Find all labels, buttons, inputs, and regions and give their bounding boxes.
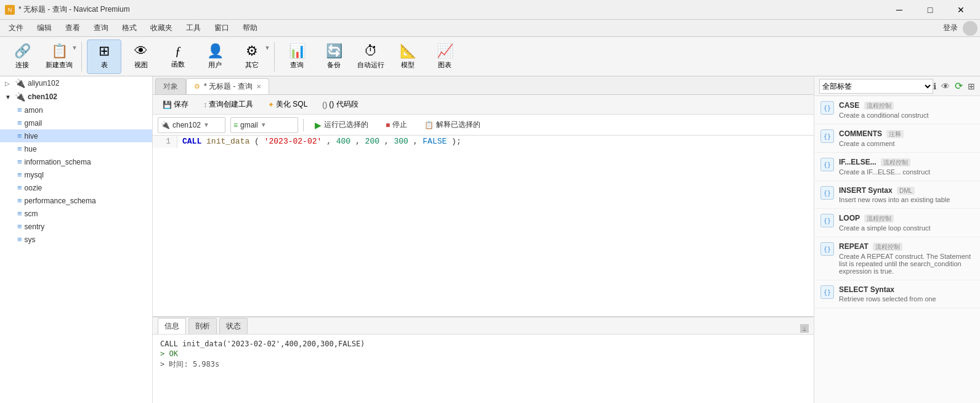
snippet-desc-ifelse: Create a IF...ELSE... construct: [839, 168, 974, 176]
toolbar-query[interactable]: 📊 查询: [280, 39, 314, 74]
snippet-text-comments: COMMENTS 注释 Create a comment: [839, 129, 974, 147]
builder-icon: ↕: [203, 100, 207, 109]
layout-icon[interactable]: ⊞: [968, 81, 975, 91]
menu-tools[interactable]: 工具: [180, 20, 207, 36]
results-content: CALL init_data('2023-02-02',400,200,300,…: [153, 335, 814, 403]
tag-select[interactable]: 全部标签: [819, 79, 933, 94]
menu-file[interactable]: 文件: [2, 20, 30, 36]
connection-select-wrapper[interactable]: 🔌 chen102 ▼: [158, 117, 225, 133]
sidebar-item-amon[interactable]: ≡ amon: [0, 104, 152, 116]
minimize-button[interactable]: ─: [885, 0, 913, 20]
right-panel: 全部标签 ℹ 👁 ⟳ ⊞ {} CASE 流程控制 Create a condi…: [814, 76, 980, 403]
view-icon: 👁: [134, 43, 148, 59]
autorun-icon: ⏱: [364, 43, 378, 59]
login-link[interactable]: 登录: [943, 23, 958, 33]
paren-close: );: [452, 137, 461, 146]
snippet-item-repeat[interactable]: {} REPEAT 流程控制 Create A REPEAT construct…: [814, 237, 980, 280]
tab-object[interactable]: 对象: [155, 78, 186, 94]
snippet-icon-repeat: {}: [820, 242, 834, 256]
database-select-wrapper[interactable]: ≡ gmail ▼: [230, 117, 298, 133]
sidebar-item-performance-schema[interactable]: ≡ performance_schema: [0, 194, 152, 207]
menu-edit[interactable]: 编辑: [31, 20, 58, 36]
database-icon: ≡: [233, 121, 238, 129]
menu-view[interactable]: 查看: [59, 20, 86, 36]
snippet-item-select[interactable]: {} SELECT Syntax Retrieve rows selected …: [814, 280, 980, 308]
play-icon: ▶: [315, 120, 322, 130]
menu-window[interactable]: 窗口: [208, 20, 235, 36]
const-false: FALSE: [423, 137, 447, 146]
menu-query[interactable]: 查询: [87, 20, 115, 36]
info-icon[interactable]: ℹ: [933, 81, 936, 91]
sidebar-item-gmail[interactable]: ≡ gmail: [0, 116, 152, 129]
query-icon: 📊: [289, 43, 306, 59]
snippet-title-ifelse: IF...ELSE... 流程控制: [839, 158, 974, 167]
snippet-item-insert[interactable]: {} INSERT Syntax DML Insert new rows int…: [814, 181, 980, 209]
stop-button[interactable]: ■ 停止: [379, 117, 413, 132]
snippet-item-loop[interactable]: {} LOOP 流程控制 Create a simple loop constr…: [814, 209, 980, 237]
sidebar-item-oozie[interactable]: ≡ oozie: [0, 181, 152, 194]
snippet-icon-loop: {}: [820, 214, 834, 227]
menu-format[interactable]: 格式: [116, 20, 143, 36]
sidebar-item-information-schema[interactable]: ≡ information_schema: [0, 155, 152, 168]
toolbar-user[interactable]: 👤 用户: [198, 39, 232, 74]
sidebar-item-sys[interactable]: ≡ sys: [0, 233, 152, 246]
sidebar-item-mysql[interactable]: ≡ mysql: [0, 168, 152, 181]
toolbar-table[interactable]: ⊞ 表: [87, 39, 121, 74]
menubar: 文件 编辑 查看 查询 格式 收藏夹 工具 窗口 帮助 登录: [0, 20, 980, 37]
snippet-desc-repeat: Create A REPEAT construct. The Statement…: [839, 253, 974, 275]
snippet-list: {} CASE 流程控制 Create a conditional constr…: [814, 96, 980, 403]
beautify-sql-button[interactable]: ✦ 美化 SQL: [263, 97, 312, 112]
query-builder-button[interactable]: ↕ 查询创建工具: [198, 97, 258, 112]
toggle-icon[interactable]: ⟳: [955, 80, 963, 92]
toolbar-chart[interactable]: 📈 图表: [427, 39, 462, 74]
database-value: gmail: [240, 121, 258, 129]
snippet-item-case[interactable]: {} CASE 流程控制 Create a conditional constr…: [814, 96, 980, 124]
toolbar-connect[interactable]: 🔗 连接: [5, 39, 39, 74]
snippet-item-comments[interactable]: {} COMMENTS 注释 Create a comment: [814, 124, 980, 153]
explain-button[interactable]: 📋 解释已选择的: [418, 117, 487, 132]
menu-help[interactable]: 帮助: [237, 20, 264, 36]
db-icon-sentry: ≡: [17, 222, 22, 231]
snippet-text-case: CASE 流程控制 Create a conditional construct: [839, 101, 974, 119]
stop-icon: ■: [386, 121, 390, 129]
toolbar-backup[interactable]: 🔄 备份: [317, 39, 351, 74]
toolbar-model[interactable]: 📐 模型: [391, 39, 425, 74]
results-tab-status[interactable]: 状态: [219, 318, 248, 334]
sidebar-item-sentry[interactable]: ≡ sentry: [0, 220, 152, 233]
snippet-button[interactable]: () () 代码段: [317, 97, 363, 112]
line-content-1: CALL init_data ( '2023-02-02' , 400 , 20…: [177, 136, 466, 148]
toolbar-function[interactable]: ƒ 函数: [161, 39, 195, 74]
model-icon: 📐: [400, 43, 416, 59]
titlebar-controls[interactable]: ─ □ ✕: [885, 0, 975, 20]
results-tabs: 信息 剖析 状态 ⟂: [153, 317, 814, 335]
sidebar-item-chen102[interactable]: ▼ 🔌 chen102: [0, 90, 152, 104]
tab-query[interactable]: ⚙ * 无标题 - 查询 ✕: [186, 78, 269, 94]
menu-favorites[interactable]: 收藏夹: [144, 20, 179, 36]
results-resize-handle[interactable]: ⟂: [800, 324, 809, 333]
tab-close-button[interactable]: ✕: [256, 83, 261, 90]
function-name: init_data: [206, 137, 249, 146]
exec-separator: [303, 119, 304, 131]
maximize-button[interactable]: □: [916, 0, 944, 20]
sidebar-item-hive[interactable]: ≡ hive: [0, 129, 152, 142]
sidebar-item-scm[interactable]: ≡ scm: [0, 207, 152, 220]
preview-icon[interactable]: 👁: [941, 81, 950, 91]
right-panel-header: 全部标签 ℹ 👁 ⟳ ⊞: [814, 76, 980, 96]
close-button[interactable]: ✕: [947, 0, 975, 20]
code-editor[interactable]: 1 CALL init_data ( '2023-02-02' , 400 , …: [153, 136, 814, 317]
run-selected-button[interactable]: ▶ 运行已选择的: [309, 117, 375, 132]
comma2: ,: [355, 137, 360, 146]
snippet-desc-select: Retrieve rows selected from one: [839, 295, 974, 303]
result-time-line: > 时间: 5.983s: [160, 359, 806, 370]
save-button[interactable]: 💾 保存: [158, 97, 193, 112]
toolbar-view[interactable]: 👁 视图: [124, 39, 158, 74]
toolbar-autorun[interactable]: ⏱ 自动运行: [354, 39, 388, 74]
results-tab-profile[interactable]: 剖析: [188, 318, 217, 334]
sidebar-item-hue[interactable]: ≡ hue: [0, 142, 152, 155]
query-toolbar: 💾 保存 ↕ 查询创建工具 ✦ 美化 SQL () () 代码段: [153, 95, 814, 115]
snippet-item-ifelse[interactable]: {} IF...ELSE... 流程控制 Create a IF...ELSE.…: [814, 153, 980, 181]
sidebar-item-aliyun102[interactable]: ▷ 🔌 aliyun102: [0, 76, 152, 90]
results-tab-info[interactable]: 信息: [158, 318, 186, 334]
tab-query-icon: ⚙: [194, 83, 200, 91]
snippet-desc-case: Create a conditional construct: [839, 112, 974, 119]
